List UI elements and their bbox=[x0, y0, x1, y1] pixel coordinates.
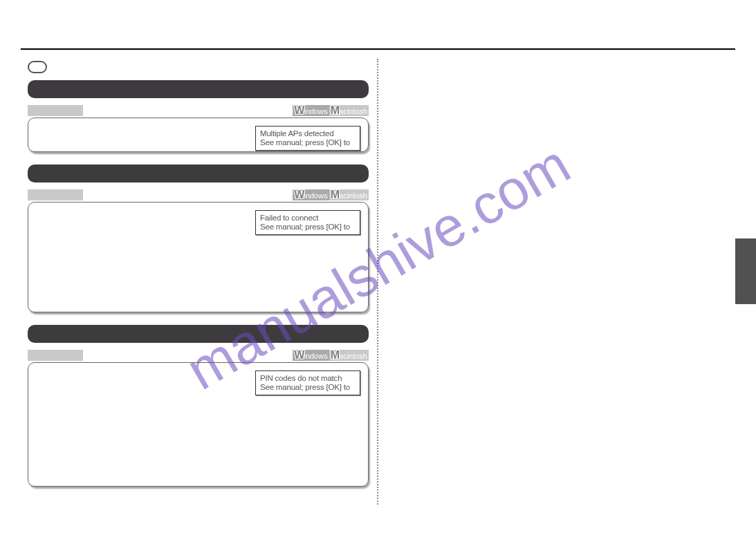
os-tags: Windows Macintosh bbox=[293, 105, 369, 116]
section-1-header bbox=[28, 80, 369, 98]
os-tags: Windows Macintosh bbox=[293, 189, 369, 200]
section-1-box: Multiple APs detected See manual; press … bbox=[28, 118, 369, 152]
section-2-box: Failed to connect See manual; press [OK]… bbox=[28, 202, 369, 312]
macintosh-tag: Macintosh bbox=[329, 105, 369, 116]
section-3-box: PIN codes do not match See manual; press… bbox=[28, 362, 369, 487]
macintosh-tag: Macintosh bbox=[329, 189, 369, 200]
column-divider bbox=[377, 59, 378, 505]
section-3-header bbox=[28, 325, 369, 343]
windows-tag: Windows bbox=[293, 105, 329, 116]
section-2-header bbox=[28, 165, 369, 182]
grey-segment bbox=[28, 189, 83, 200]
message-3-line1: PIN codes do not match bbox=[260, 374, 342, 382]
message-2-line1: Failed to connect bbox=[260, 214, 318, 222]
section-2-subheader: Windows Macintosh bbox=[28, 189, 369, 200]
os-tags: Windows Macintosh bbox=[293, 350, 369, 361]
macintosh-tag: Macintosh bbox=[329, 350, 369, 361]
section-1-subheader: Windows Macintosh bbox=[28, 105, 369, 116]
grey-segment bbox=[28, 105, 83, 116]
message-2-line2: See manual; press [OK] to bbox=[260, 223, 350, 231]
message-3-line2: See manual; press [OK] to bbox=[260, 383, 350, 391]
header-rule bbox=[21, 48, 735, 50]
pill-tag bbox=[28, 61, 47, 73]
side-thumb-tab bbox=[735, 238, 756, 304]
windows-tag: Windows bbox=[293, 350, 329, 361]
message-1: Multiple APs detected See manual; press … bbox=[255, 126, 360, 151]
section-3-subheader: Windows Macintosh bbox=[28, 350, 369, 361]
windows-tag: Windows bbox=[293, 189, 329, 200]
message-2: Failed to connect See manual; press [OK]… bbox=[255, 210, 360, 235]
grey-segment bbox=[28, 350, 83, 361]
message-1-line2: See manual; press [OK] to bbox=[260, 138, 350, 147]
message-3: PIN codes do not match See manual; press… bbox=[255, 370, 360, 395]
message-1-line1: Multiple APs detected bbox=[260, 129, 333, 138]
left-column: Windows Macintosh Multiple APs detected … bbox=[28, 59, 369, 499]
